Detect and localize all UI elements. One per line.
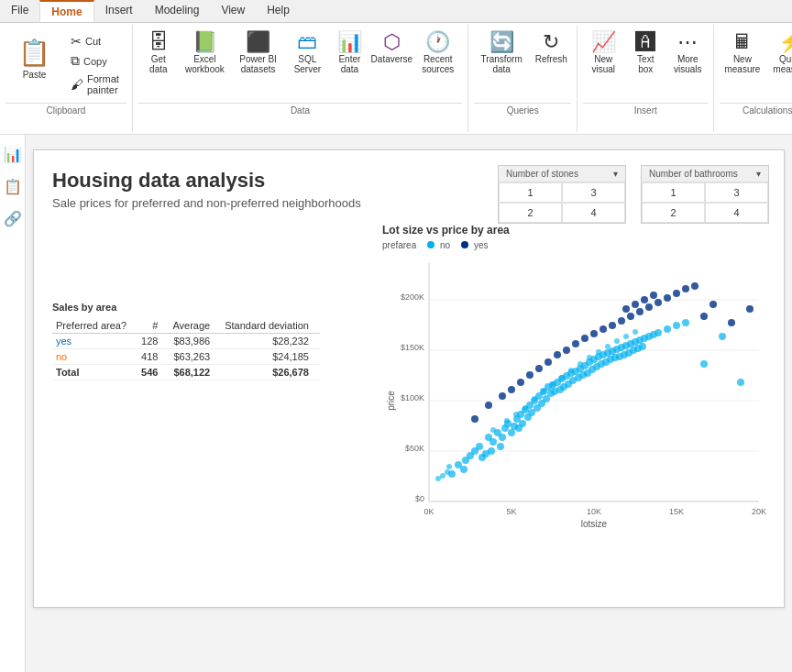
tab-modeling[interactable]: Modeling — [144, 0, 211, 22]
filter-val-4[interactable]: 4 — [562, 203, 625, 223]
svg-text:5K: 5K — [506, 507, 516, 516]
col-stddev: Standard deviation — [221, 318, 320, 334]
svg-point-149 — [623, 334, 629, 339]
bath-filter-val-3[interactable]: 3 — [705, 182, 768, 203]
bath-filter-val-4[interactable]: 4 — [705, 203, 768, 223]
more-visuals-icon: ⋯ — [677, 32, 698, 52]
chevron-down-icon-bath: ▾ — [756, 169, 761, 179]
legend-yes-dot — [461, 241, 468, 248]
scatter-legend: prefarea no yes — [382, 240, 769, 250]
svg-point-40 — [519, 420, 526, 427]
recent-sources-button[interactable]: 🕐 Recent sources — [413, 28, 462, 78]
tab-file[interactable]: File — [0, 0, 39, 22]
excel-workbook-button[interactable]: 📗 Excel workbook — [181, 28, 229, 78]
filter-val-1[interactable]: 1 — [499, 182, 562, 203]
canvas-area[interactable]: Housing data analysis Sale prices for pr… — [26, 135, 792, 672]
svg-point-114 — [581, 335, 588, 342]
dataverse-icon: ⬡ — [383, 32, 401, 52]
calculations-group: 🖩 New measure ⚡ Quick measure Calculatio… — [714, 25, 792, 132]
new-visual-icon: 📈 — [591, 32, 616, 52]
bathrooms-filter[interactable]: Number of bathrooms ▾ 1 3 2 4 — [641, 165, 769, 224]
format-painter-button[interactable]: 🖌 Format painter — [65, 72, 125, 97]
quick-measure-button[interactable]: ⚡ Quick measure — [767, 28, 792, 78]
svg-point-119 — [622, 305, 630, 313]
svg-point-115 — [590, 330, 598, 337]
svg-text:0K: 0K — [424, 507, 434, 516]
row-yes-avg: $83,986 — [169, 334, 221, 349]
svg-text:15K: 15K — [669, 507, 684, 516]
filter-val-3[interactable]: 3 — [562, 182, 625, 203]
svg-point-131 — [700, 313, 708, 320]
table-row-total: Total 546 $68,122 $26,678 — [52, 365, 320, 380]
ribbon-content: 📋 Paste ✂ Cut ⧉ Copy 🖌 Format — [0, 23, 792, 134]
svg-point-153 — [445, 469, 450, 475]
svg-point-24 — [476, 443, 483, 450]
sql-server-button[interactable]: 🗃 SQL Server — [287, 28, 327, 78]
more-visuals-button[interactable]: ⋯ More visuals — [667, 28, 708, 78]
svg-text:10K: 10K — [587, 507, 601, 516]
sidebar-icon-data[interactable]: 📋 — [0, 174, 26, 199]
svg-point-126 — [654, 299, 662, 306]
refresh-icon: ↻ — [543, 32, 559, 52]
new-measure-button[interactable]: 🖩 New measure — [720, 28, 764, 78]
sidebar-icon-model[interactable]: 🔗 — [0, 206, 26, 231]
filters-area: Number of stones ▾ 1 3 2 4 Number of bat… — [498, 165, 769, 224]
svg-point-98 — [673, 322, 680, 329]
filter-val-2[interactable]: 2 — [499, 203, 562, 223]
sales-table: Preferred area? # Average Standard devia… — [52, 318, 320, 380]
svg-point-138 — [522, 405, 528, 411]
clipboard-group: 📋 Paste ✂ Cut ⧉ Copy 🖌 Format — [0, 25, 133, 132]
svg-point-92 — [639, 343, 646, 350]
tab-insert[interactable]: Insert — [94, 0, 144, 22]
get-data-button[interactable]: 🗄 Get data — [138, 28, 179, 78]
svg-point-145 — [587, 355, 592, 360]
svg-point-97 — [664, 325, 671, 333]
svg-point-99 — [682, 319, 689, 326]
tab-home[interactable]: Home — [39, 0, 94, 22]
svg-point-135 — [490, 427, 496, 433]
svg-point-133 — [728, 319, 735, 326]
cut-button[interactable]: ✂ Cut — [65, 32, 125, 50]
scatter-chart: $0 $50K $100K $150K $200K 0K 5K 10K 15K … — [382, 254, 769, 547]
col-count: # — [138, 318, 169, 334]
svg-text:price: price — [386, 391, 396, 411]
svg-text:$50K: $50K — [405, 444, 424, 453]
svg-point-107 — [517, 379, 524, 386]
stones-filter[interactable]: Number of stones ▾ 1 3 2 4 — [498, 165, 626, 224]
svg-point-137 — [513, 412, 519, 417]
sql-icon: 🗃 — [297, 32, 317, 52]
svg-point-31 — [497, 443, 504, 450]
power-bi-icon: ⬛ — [246, 32, 270, 52]
tab-help[interactable]: Help — [256, 0, 301, 22]
legend-yes: yes — [461, 240, 488, 250]
paste-button[interactable]: 📋 Paste — [11, 32, 58, 85]
refresh-button[interactable]: ↻ Refresh — [531, 28, 571, 68]
insert-group: 📈 New visual 🅰 Text box ⋯ More visuals I… — [578, 25, 714, 132]
transform-icon: 🔄 — [490, 32, 514, 52]
bath-filter-val-2[interactable]: 2 — [642, 203, 705, 223]
left-sidebar: 📊 📋 🔗 — [0, 135, 26, 672]
enter-data-button[interactable]: 📊 Enter data — [329, 28, 369, 78]
copy-button[interactable]: ⧉ Copy — [65, 51, 125, 71]
bath-filter-val-1[interactable]: 1 — [642, 182, 705, 203]
text-box-button[interactable]: 🅰 Text box — [625, 28, 666, 78]
svg-point-146 — [596, 349, 601, 355]
queries-group: 🔄 Transform data ↻ Refresh Queries — [468, 25, 578, 132]
svg-point-117 — [609, 322, 616, 329]
svg-point-124 — [645, 303, 653, 311]
dataverse-button[interactable]: ⬡ Dataverse — [371, 28, 412, 68]
svg-text:$0: $0 — [415, 494, 424, 503]
power-bi-datasets-button[interactable]: ⬛ Power BI datasets — [231, 28, 286, 78]
row-no-avg: $63,263 — [169, 349, 221, 365]
svg-point-112 — [563, 347, 570, 354]
svg-point-139 — [532, 396, 537, 402]
transform-data-button[interactable]: 🔄 Transform data — [474, 28, 529, 78]
tab-view[interactable]: View — [210, 0, 256, 22]
chevron-down-icon: ▾ — [613, 169, 618, 179]
insert-label: Insert — [583, 103, 708, 116]
svg-point-129 — [682, 285, 689, 292]
row-no-label: no — [52, 349, 138, 365]
new-visual-button[interactable]: 📈 New visual — [583, 28, 623, 78]
sidebar-icon-chart[interactable]: 📊 — [0, 142, 26, 167]
row-total-label: Total — [52, 365, 138, 380]
